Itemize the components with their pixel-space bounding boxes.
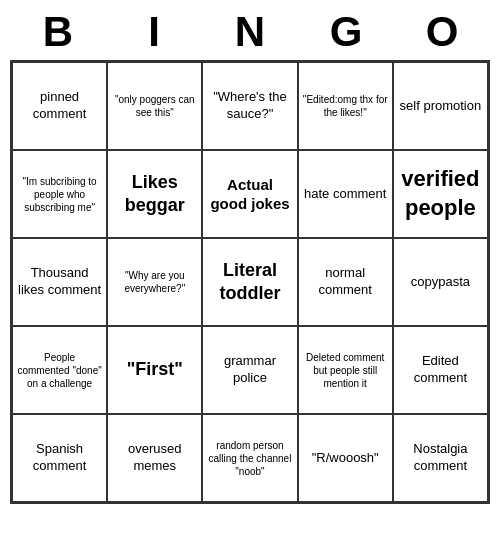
bingo-cell-19: Edited comment — [393, 326, 488, 414]
bingo-cell-15: People commented "done" on a challenge — [12, 326, 107, 414]
bingo-cell-22: random person calling the channel "noob" — [202, 414, 297, 502]
bingo-cell-7: Actual good jokes — [202, 150, 297, 238]
bingo-cell-24: Nostalgia comment — [393, 414, 488, 502]
bingo-cell-8: hate comment — [298, 150, 393, 238]
bingo-cell-14: copypasta — [393, 238, 488, 326]
bingo-cell-5: "Im subcribing to people who subscribing… — [12, 150, 107, 238]
bingo-cell-6: Likes beggar — [107, 150, 202, 238]
bingo-letter-B: B — [14, 8, 102, 56]
bingo-cell-10: Thousand likes comment — [12, 238, 107, 326]
bingo-cell-12: Literal toddler — [202, 238, 297, 326]
bingo-cell-3: "Edited:omg thx for the likes!" — [298, 62, 393, 150]
bingo-cell-16: "First" — [107, 326, 202, 414]
bingo-cell-4: self promotion — [393, 62, 488, 150]
bingo-cell-2: "Where's the sauce?" — [202, 62, 297, 150]
bingo-cell-17: grammar police — [202, 326, 297, 414]
bingo-cell-21: overused memes — [107, 414, 202, 502]
bingo-letter-I: I — [110, 8, 198, 56]
bingo-cell-1: "only poggers can see this" — [107, 62, 202, 150]
bingo-grid: pinned comment"only poggers can see this… — [10, 60, 490, 504]
bingo-cell-23: "R/wooosh" — [298, 414, 393, 502]
bingo-cell-13: normal comment — [298, 238, 393, 326]
bingo-letter-O: O — [398, 8, 486, 56]
bingo-cell-9: verified people — [393, 150, 488, 238]
bingo-letter-G: G — [302, 8, 390, 56]
bingo-cell-0: pinned comment — [12, 62, 107, 150]
bingo-cell-11: "Why are you everywhere?" — [107, 238, 202, 326]
bingo-cell-18: Deleted comment but people still mention… — [298, 326, 393, 414]
bingo-letter-N: N — [206, 8, 294, 56]
bingo-header: BINGO — [10, 0, 490, 60]
bingo-cell-20: Spanish comment — [12, 414, 107, 502]
